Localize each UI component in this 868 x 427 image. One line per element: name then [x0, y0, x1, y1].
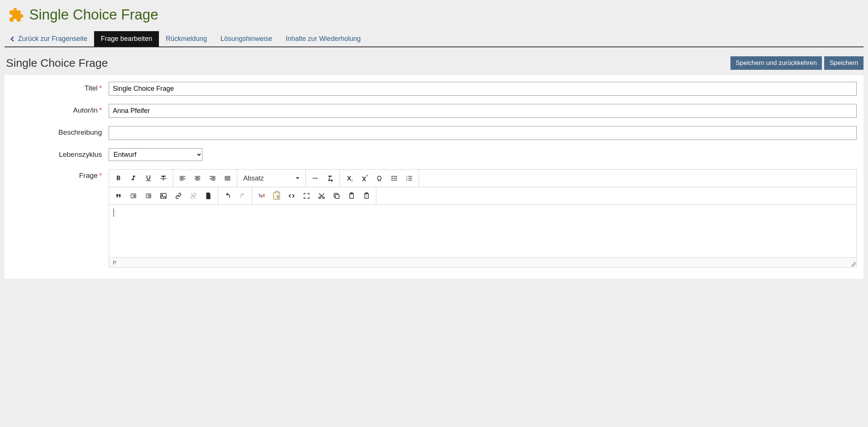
text-cursor: [114, 209, 114, 217]
superscript-button[interactable]: [357, 171, 371, 185]
unlink-button[interactable]: [186, 189, 201, 203]
svg-point-1: [392, 176, 393, 177]
chevron-down-icon: [296, 177, 299, 179]
tab-bar: Zurück zur Fragenseite Frage bearbeiten …: [4, 31, 864, 47]
author-input[interactable]: [109, 104, 857, 118]
editor-path[interactable]: P: [113, 259, 117, 266]
blockquote-button[interactable]: [111, 189, 126, 203]
bold-button[interactable]: [111, 171, 126, 185]
form-title: Single Choice Frage: [6, 57, 108, 69]
svg-rect-10: [409, 176, 412, 177]
align-justify-button[interactable]: [220, 171, 235, 185]
svg-rect-12: [409, 180, 412, 180]
tab-hints[interactable]: Lösungshinweise: [214, 31, 279, 47]
save-return-button[interactable]: Speichern und zurückkehren: [730, 56, 822, 70]
svg-point-3: [392, 179, 393, 180]
horizontal-rule-button[interactable]: [308, 171, 322, 185]
redo-button[interactable]: [235, 189, 250, 203]
tab-back[interactable]: Zurück zur Fragenseite: [4, 31, 94, 47]
svg-text:3: 3: [406, 179, 407, 181]
tab-feedback[interactable]: Rückmeldung: [159, 31, 214, 47]
source-code-button[interactable]: [284, 189, 299, 203]
latex-button[interactable]: TEX: [254, 189, 269, 203]
underline-button[interactable]: [141, 171, 156, 185]
svg-point-15: [319, 197, 321, 199]
bullet-list-button[interactable]: [387, 171, 401, 185]
svg-rect-6: [394, 180, 397, 180]
title-input[interactable]: [109, 82, 857, 96]
svg-rect-0: [313, 178, 317, 179]
undo-button[interactable]: [220, 189, 235, 203]
align-left-button[interactable]: [175, 171, 190, 185]
link-button[interactable]: [171, 189, 186, 203]
anchor-button[interactable]: [201, 189, 216, 203]
resize-handle[interactable]: [850, 261, 856, 266]
tab-back-label: Zurück zur Fragenseite: [18, 35, 87, 43]
label-title: Titel*: [11, 82, 109, 92]
svg-point-16: [323, 197, 325, 199]
align-right-button[interactable]: [205, 171, 220, 185]
rich-text-editor: Absatz 123: [109, 169, 857, 268]
format-select-label: Absatz: [243, 174, 264, 182]
indent-button[interactable]: [126, 189, 141, 203]
svg-rect-11: [409, 178, 412, 179]
tab-edit[interactable]: Frage bearbeiten: [94, 31, 159, 47]
fullscreen-button[interactable]: [299, 189, 314, 203]
label-lifecycle: Lebenszyklus: [11, 148, 109, 159]
strikethrough-button[interactable]: [156, 171, 171, 185]
copy-button[interactable]: [329, 189, 344, 203]
chevron-left-icon: [10, 36, 16, 41]
tab-recap-label: Inhalte zur Wiederholung: [286, 35, 361, 43]
svg-rect-17: [335, 195, 339, 198]
label-question: Frage*: [11, 169, 109, 180]
paste-button[interactable]: [344, 189, 359, 203]
clear-format-button[interactable]: [323, 171, 337, 185]
outdent-button[interactable]: [141, 189, 156, 203]
paste-text-button[interactable]: T: [359, 189, 374, 203]
tab-recap[interactable]: Inhalte zur Wiederholung: [279, 31, 367, 47]
numbered-list-button[interactable]: 123: [402, 171, 416, 185]
tab-edit-label: Frage bearbeiten: [101, 35, 152, 43]
puzzle-icon: [8, 7, 24, 23]
description-input[interactable]: [109, 126, 857, 140]
special-char-button[interactable]: [372, 171, 386, 185]
editor-content[interactable]: [109, 205, 856, 257]
italic-button[interactable]: [126, 171, 141, 185]
align-center-button[interactable]: [190, 171, 205, 185]
subscript-button[interactable]: [342, 171, 356, 185]
lifecycle-select[interactable]: Entwurf: [109, 148, 202, 161]
svg-point-2: [392, 177, 393, 179]
paste-word-button[interactable]: S: [269, 189, 284, 203]
tab-hints-label: Lösungshinweise: [220, 35, 272, 43]
tab-feedback-label: Rückmeldung: [166, 35, 207, 43]
image-button[interactable]: [156, 189, 171, 203]
svg-text:T: T: [366, 195, 367, 198]
svg-rect-5: [394, 178, 397, 179]
page-title: Single Choice Frage: [29, 7, 158, 23]
save-button[interactable]: Speichern: [824, 56, 864, 70]
cut-button[interactable]: [314, 189, 329, 203]
svg-point-14: [162, 194, 163, 195]
label-author: Autor/in*: [11, 104, 109, 114]
svg-rect-4: [394, 176, 397, 177]
label-description: Beschreibung: [11, 126, 109, 137]
format-select[interactable]: Absatz: [239, 174, 303, 182]
